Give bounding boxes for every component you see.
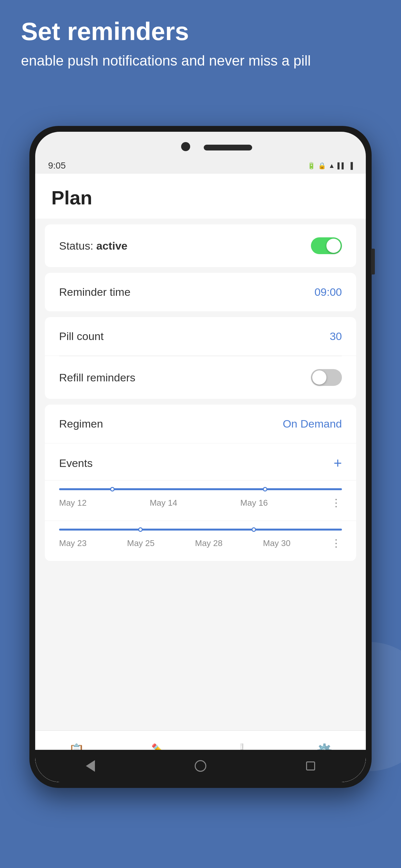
app-content: Plan Status: active Reminder time 09:00: [35, 174, 366, 782]
timeline-dates-1: May 12 May 14 May 16 ⋮: [59, 497, 342, 509]
refill-row: Refill reminders: [45, 356, 356, 399]
refill-toggle[interactable]: [311, 369, 342, 386]
timeline-date-may23: May 23: [59, 538, 87, 548]
android-nav-bar: [35, 750, 366, 782]
status-time: 9:05: [48, 160, 66, 171]
home-icon: [195, 760, 206, 772]
phone-screen: 9:05 🔋 🔒 ▲ ▌▌ ▐ Plan Status: active: [35, 132, 366, 782]
timeline-dot-1a: [110, 487, 115, 492]
timeline-dot-2a: [138, 527, 143, 532]
lock-icon: 🔒: [318, 162, 326, 169]
refill-label: Refill reminders: [59, 371, 135, 384]
pill-count-row[interactable]: Pill count 30: [45, 317, 356, 356]
pill-count-label: Pill count: [59, 330, 104, 343]
add-event-button[interactable]: +: [334, 455, 342, 471]
reminder-value: 09:00: [314, 286, 342, 299]
timeline-bar-1: [59, 487, 342, 492]
header-title: Set reminders: [21, 18, 380, 45]
events-header: Events +: [45, 443, 356, 480]
regimen-row[interactable]: Regimen On Demand: [45, 405, 356, 443]
timeline-more-icon-1[interactable]: ⋮: [331, 497, 342, 509]
timeline-more-icon-2[interactable]: ⋮: [331, 537, 342, 549]
timeline-track-2: [59, 529, 342, 531]
recents-icon: [306, 762, 315, 771]
status-label: Status: active: [59, 240, 127, 252]
timeline-date-may14: May 14: [150, 498, 177, 508]
phone-camera: [181, 142, 190, 151]
back-icon: [86, 760, 95, 772]
status-toggle[interactable]: [311, 237, 342, 254]
pill-card: Pill count 30 Refill reminders: [45, 317, 356, 399]
timeline-date-may16: May 16: [240, 498, 268, 508]
phone-speaker: [204, 145, 252, 151]
phone-side-button: [371, 249, 375, 275]
header-subtitle: enable push notifications and never miss…: [21, 51, 380, 70]
battery-full-icon: ▐: [348, 162, 353, 169]
reminder-label: Reminder time: [59, 286, 130, 299]
reminder-row[interactable]: Reminder time 09:00: [45, 273, 356, 311]
pill-count-value: 30: [330, 330, 342, 343]
android-recents-button[interactable]: [304, 759, 318, 773]
timeline-row-1: May 12 May 14 May 16 ⋮: [45, 480, 356, 521]
timeline-dates-2: May 23 May 25 May 28 May 30 ⋮: [59, 537, 342, 549]
status-row: Status: active: [45, 224, 356, 267]
status-bar: 9:05 🔋 🔒 ▲ ▌▌ ▐: [48, 158, 353, 174]
reminder-card: Reminder time 09:00: [45, 273, 356, 311]
status-icons: 🔋 🔒 ▲ ▌▌ ▐: [307, 162, 353, 169]
timeline-bar-2: [59, 527, 342, 532]
page-title: Plan: [35, 174, 366, 219]
phone-device: 9:05 🔋 🔒 ▲ ▌▌ ▐ Plan Status: active: [29, 126, 372, 788]
wifi-icon: ▲: [329, 162, 335, 169]
android-back-button[interactable]: [83, 759, 97, 773]
regimen-value: On Demand: [283, 417, 342, 430]
header-section: Set reminders enable push notifications …: [21, 18, 380, 70]
timeline-track-1: [59, 488, 342, 490]
status-card: Status: active: [45, 224, 356, 267]
android-home-button[interactable]: [193, 759, 208, 773]
regimen-card: Regimen On Demand Events + May: [45, 405, 356, 561]
regimen-label: Regimen: [59, 417, 103, 430]
timeline-date-may25: May 25: [127, 538, 155, 548]
timeline-date-may12: May 12: [59, 498, 87, 508]
timeline-dot-1b: [263, 487, 267, 492]
timeline-dot-2b: [251, 527, 256, 532]
events-label: Events: [59, 457, 93, 469]
toggle-knob: [327, 239, 341, 253]
timeline-row-2: May 23 May 25 May 28 May 30 ⋮: [45, 521, 356, 561]
refill-toggle-knob: [312, 370, 327, 384]
battery-small-icon: 🔋: [307, 162, 315, 169]
timeline-date-may30: May 30: [263, 538, 290, 548]
timeline-date-may28: May 28: [195, 538, 222, 548]
signal-bars-icon: ▌▌: [337, 162, 346, 169]
